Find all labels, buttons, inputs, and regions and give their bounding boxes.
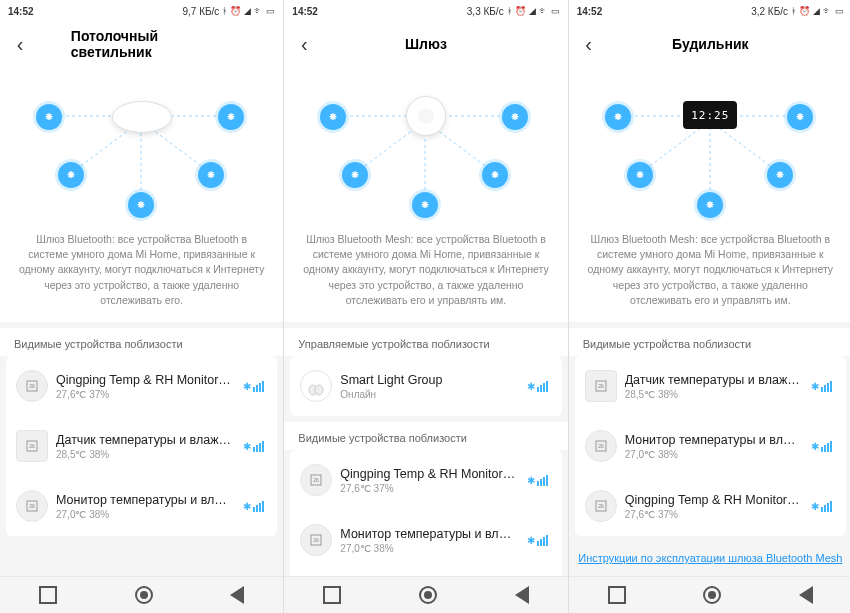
nav-recent-button[interactable]	[323, 586, 341, 604]
signal-icon: ✱	[808, 501, 836, 512]
battery-icon: ▭	[266, 7, 275, 16]
android-nav-bar	[0, 576, 283, 613]
alarm-icon: ⏰	[515, 7, 526, 16]
bluetooth-node-icon: ⁕	[697, 192, 723, 218]
status-netspeed: 3,2 КБ/с	[751, 6, 788, 17]
device-item-icon: 26	[16, 490, 48, 522]
device-item-title: Датчик температуры и влажнос…	[625, 373, 800, 387]
page-title: Потолочный светильник	[71, 28, 213, 60]
device-list-item[interactable]: 26 Датчик температуры и влажнос… 28,5℃ 3…	[575, 356, 846, 416]
status-time: 14:52	[8, 6, 34, 17]
device-list-item[interactable]: 26 Монитор температуры и влажн… 27,0℃ 38…	[575, 416, 846, 476]
battery-icon: ▭	[835, 7, 844, 16]
page-title: Будильник	[672, 36, 748, 52]
android-nav-bar	[284, 576, 567, 613]
signal-icon: ✱	[808, 381, 836, 392]
device-item-sub: 28,5℃ 38%	[625, 389, 800, 400]
device-item-icon: 26	[16, 370, 48, 402]
signal-icon: ✱	[239, 501, 267, 512]
device-item-sub: 27,0℃ 38%	[340, 543, 515, 554]
nav-back-button[interactable]	[799, 586, 813, 604]
nav-recent-button[interactable]	[608, 586, 626, 604]
device-list-item[interactable]: 26 Qingping Temp & RH Monitor M Ve… 27,6…	[290, 450, 561, 510]
svg-text:26: 26	[29, 383, 35, 389]
nav-home-button[interactable]	[135, 586, 153, 604]
device-list: 26 Датчик температуры и влажнос… 28,5℃ 3…	[575, 356, 846, 536]
nav-back-button[interactable]	[515, 586, 529, 604]
back-button[interactable]: ‹	[284, 22, 324, 66]
device-item-sub: 27,0℃ 38%	[625, 449, 800, 460]
hero-diagram: ⁕⁕ ⁕⁕ ⁕	[284, 66, 567, 226]
device-item-icon: 26	[585, 430, 617, 462]
description-text: Шлюз Bluetooth Mesh: все устройства Blue…	[569, 226, 850, 322]
alarm-icon: ⏰	[799, 7, 810, 16]
status-netspeed: 9,7 КБ/с	[182, 6, 219, 17]
status-time: 14:52	[292, 6, 318, 17]
bluetooth-node-icon: ⁕	[58, 162, 84, 188]
device-list-item[interactable]: 26 Qingping Temp & RH Monitor M Ve… 27,6…	[6, 356, 277, 416]
wifi-icon: ᯤ	[823, 7, 832, 16]
nav-back-button[interactable]	[230, 586, 244, 604]
back-button[interactable]: ‹	[569, 22, 609, 66]
device-item-sub: 27,6℃ 37%	[56, 389, 231, 400]
screen-1: 14:52 3,3 КБ/с ᚼ ⏰ ◢ ᯤ ▭ ‹ Шлюз ⁕⁕ ⁕⁕ ⁕ …	[284, 0, 568, 613]
status-bar: 14:52 9,7 КБ/с ᚼ ⏰ ◢ ᯤ ▭	[0, 0, 283, 22]
svg-text:26: 26	[314, 477, 320, 483]
device-item-title: Монитор температуры и влажн…	[56, 493, 231, 507]
bluetooth-node-icon: ⁕	[605, 104, 631, 130]
device-list-item[interactable]: 26 Датчик температуры и влажнос… 28,5℃ 3…	[6, 416, 277, 476]
description-text: Шлюз Bluetooth Mesh: все устройства Blue…	[284, 226, 567, 322]
device-list-item[interactable]: 26 Qingping Temp & RH Monitor M Ve… 27,6…	[575, 476, 846, 536]
device-list: Smart Light Group Онлайн ✱	[290, 356, 561, 416]
bluetooth-node-icon: ⁕	[198, 162, 224, 188]
device-item-icon: 26	[585, 490, 617, 522]
device-list: 26 Qingping Temp & RH Monitor M Ve… 27,6…	[6, 356, 277, 536]
device-item-sub: Онлайн	[340, 389, 515, 400]
device-list-item[interactable]: 26 Монитор температуры и влажн… 27,0℃ 38…	[6, 476, 277, 536]
device-item-title: Smart Light Group	[340, 373, 515, 387]
device-item-title: Монитор температуры и влажн…	[340, 527, 515, 541]
device-list-item[interactable]: 26 Монитор температуры и влажн… 27,0℃ 38…	[290, 510, 561, 570]
hero-diagram: ⁕⁕ ⁕⁕ ⁕	[0, 66, 283, 226]
device-item-icon: 26	[300, 464, 332, 496]
nav-home-button[interactable]	[703, 586, 721, 604]
section-label: Видимые устройства поблизости	[0, 328, 283, 356]
signal-icon: ✱	[808, 441, 836, 452]
battery-icon: ▭	[551, 7, 560, 16]
device-list-item[interactable]: Smart Light Group Онлайн ✱	[290, 356, 561, 416]
svg-text:26: 26	[29, 503, 35, 509]
bluetooth-node-icon: ⁕	[36, 104, 62, 130]
nav-home-button[interactable]	[419, 586, 437, 604]
section-label: Видимые устройства поблизости	[569, 328, 850, 356]
wifi-icon: ᯤ	[539, 7, 548, 16]
header: ‹ Шлюз	[284, 22, 567, 66]
signal-icon: ✱	[524, 381, 552, 392]
device-item-title: Датчик температуры и влажнос…	[56, 433, 231, 447]
bluetooth-node-icon: ⁕	[787, 104, 813, 130]
bluetooth-icon: ᚼ	[222, 7, 227, 16]
device-item-sub: 28,5℃ 38%	[56, 449, 231, 460]
device-item-icon	[300, 370, 332, 402]
signal-icon: ◢	[813, 7, 820, 16]
instructions-link[interactable]: Инструкции по эксплуатации шлюза Bluetoo…	[569, 542, 850, 576]
status-bar: 14:52 3,2 КБ/с ᚼ ⏰ ◢ ᯤ ▭	[569, 0, 850, 22]
back-button[interactable]: ‹	[0, 22, 40, 66]
device-item-sub: 27,6℃ 37%	[625, 509, 800, 520]
svg-text:26: 26	[598, 383, 604, 389]
bluetooth-icon: ᚼ	[791, 7, 796, 16]
screen-0: 14:52 9,7 КБ/с ᚼ ⏰ ◢ ᯤ ▭ ‹ Потолочный св…	[0, 0, 284, 613]
device-item-title: Qingping Temp & RH Monitor M Ve…	[56, 373, 231, 387]
nav-recent-button[interactable]	[39, 586, 57, 604]
signal-icon: ✱	[239, 441, 267, 452]
device-item-title: Монитор температуры и влажн…	[625, 433, 800, 447]
device-item-icon: 26	[300, 524, 332, 556]
bluetooth-icon: ᚼ	[507, 7, 512, 16]
page-title: Шлюз	[405, 36, 447, 52]
svg-point-17	[315, 385, 323, 395]
svg-text:26: 26	[314, 537, 320, 543]
wifi-icon: ᯤ	[254, 7, 263, 16]
svg-text:26: 26	[29, 443, 35, 449]
svg-text:26: 26	[598, 503, 604, 509]
signal-icon: ◢	[244, 7, 251, 16]
bluetooth-node-icon: ⁕	[627, 162, 653, 188]
